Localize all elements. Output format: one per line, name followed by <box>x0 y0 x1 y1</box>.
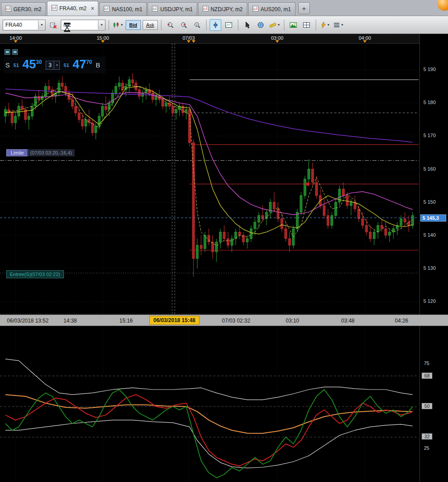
oscillator-tick-label: 68 <box>422 373 432 379</box>
tab-aus200[interactable]: AUS200, m1 <box>248 2 296 16</box>
oscillator-green <box>5 390 413 478</box>
tab-nzd-jpy[interactable]: NZD/JPY, m2 <box>198 2 247 16</box>
indicator-window-button[interactable] <box>223 19 235 31</box>
indicator-panel[interactable]: 7568503225 <box>0 326 448 482</box>
axis-marker-icon <box>187 40 190 43</box>
price-scale[interactable]: 5 1905 1805 1705 1605 1505 1405 1305 120… <box>419 34 448 314</box>
buy-price-prefix: 51 <box>63 63 69 68</box>
zoom-box-button[interactable]: I <box>191 19 203 31</box>
chevron-down-icon[interactable]: ▼ <box>277 23 280 26</box>
symbol-combo[interactable]: FRA40 ▼ <box>3 20 46 30</box>
tab-label: NAS100, m1 <box>112 6 142 13</box>
axis-marker-icon <box>275 40 279 43</box>
oscillator-scale[interactable]: 7568503225 <box>419 326 448 482</box>
status-ball-icon <box>437 0 448 11</box>
price-tick-label: 5 180 <box>423 100 436 105</box>
tab-ger30[interactable]: GER30, m2 <box>1 2 46 16</box>
price-tick-label: 5 160 <box>423 166 436 172</box>
chart-tab-icon <box>104 6 110 13</box>
time-tick-label: 07/03 02:32 <box>222 318 250 324</box>
chart-tool-icon[interactable] <box>12 49 18 55</box>
ma-fast-yellow <box>5 86 413 234</box>
band-upper <box>5 359 413 400</box>
chevron-down-icon[interactable]: ▼ <box>120 23 123 26</box>
chart-tab-icon <box>203 6 208 13</box>
oscillator-tick-label: 50 <box>422 403 432 409</box>
pointer-button[interactable] <box>241 19 253 31</box>
toolbar-separator <box>161 20 161 30</box>
price-tick-label: 5 150 <box>423 199 436 205</box>
axis-marker-icon <box>14 40 17 43</box>
ask-button[interactable]: Ask <box>143 20 158 30</box>
chevron-down-icon[interactable]: ▼ <box>327 23 330 26</box>
ma-faster-yellow-dashed <box>5 85 413 246</box>
measure-button[interactable]: ▼ <box>268 19 281 31</box>
price-tick-label: 5 120 <box>423 298 436 304</box>
main-chart-panel[interactable]: 14:0015:0007/0303:0004:00 5 1905 1805 17… <box>0 34 448 314</box>
globe-button[interactable] <box>255 19 266 31</box>
zoom-forward-button[interactable] <box>178 19 190 31</box>
axis-marker-icon <box>363 40 367 43</box>
tab-bar: GER30, m2FRA40, m2×NAS100, m1USD/JPY, m1… <box>0 0 448 16</box>
chevron-down-icon[interactable]: ▼ <box>38 21 45 29</box>
new-tab-button[interactable]: + <box>298 2 310 14</box>
limit-order-info: (07/03 03:20,-16,4) <box>27 149 75 156</box>
snapshot-button[interactable] <box>287 19 299 31</box>
toolbar-separator <box>109 20 109 30</box>
sell-price-prefix: 51 <box>13 63 19 68</box>
chevron-down-icon[interactable]: ▼ <box>98 21 105 29</box>
layout-button[interactable] <box>301 19 313 31</box>
chart-tab-icon <box>5 6 11 13</box>
chart-tab-icon <box>51 5 57 12</box>
vertical-cursor-button[interactable] <box>210 19 221 31</box>
zoom-back-button[interactable] <box>165 19 176 31</box>
tab-label: FRA40, m2 <box>59 5 87 12</box>
time-tick-label: 04:26 <box>395 318 408 324</box>
tab-label: AUS200, m1 <box>261 6 291 13</box>
tab-label: USD/JPY, m1 <box>160 6 192 13</box>
limit-order-tag[interactable]: Limite (07/03 03:20,-16,4) <box>6 149 75 156</box>
selected-time-label[interactable]: 06/03/2018 15:48 <box>149 316 199 325</box>
price-tick-label: 5 130 <box>423 265 436 271</box>
buy-price-button[interactable]: 4770 <box>73 59 92 71</box>
oscillator-tick-label: 75 <box>424 360 429 366</box>
tab-fra40[interactable]: FRA40, m2× <box>47 1 99 16</box>
line-tools-button[interactable]: ▼ <box>333 19 344 31</box>
buy-side-label[interactable]: B <box>96 61 100 69</box>
sell-side-label[interactable]: S <box>5 61 10 69</box>
chevron-down-icon[interactable]: ▼ <box>54 61 59 69</box>
price-tick-label: 5 170 <box>423 133 436 138</box>
quantity-stepper[interactable]: 3▼ <box>46 61 60 70</box>
current-price-tag: 5 145,3 <box>420 214 446 222</box>
chart-type-button[interactable]: ▼ <box>112 19 124 31</box>
oscillator-tick-label: 25 <box>424 445 429 451</box>
tab-usd-jpy[interactable]: USD/JPY, m1 <box>148 2 197 16</box>
svg-text:I: I <box>196 23 197 27</box>
bid-button[interactable]: Bid <box>126 20 141 30</box>
oscillator-chart[interactable] <box>0 326 419 482</box>
chart-tool-icon[interactable] <box>4 49 10 55</box>
time-tick-label: 06/03/2018 13:52 <box>7 318 48 324</box>
tab-nas100[interactable]: NAS100, m1 <box>99 2 147 16</box>
price-tick-label: 5 140 <box>423 232 436 238</box>
chevron-down-icon[interactable]: ▼ <box>341 23 344 26</box>
ma-slow-purple <box>5 89 413 142</box>
time-tick-label: 14:38 <box>63 318 77 324</box>
chart-tab-icon <box>152 6 158 13</box>
limit-order-chip[interactable]: Limite <box>6 149 28 156</box>
sell-price-button[interactable]: 4530 <box>22 59 42 71</box>
remove-study-button[interactable] <box>47 19 59 31</box>
time-axis-top: 14:0015:0007/0303:0004:00 <box>0 34 419 44</box>
tab-close-icon[interactable]: × <box>91 6 94 11</box>
time-tick-label: 03:48 <box>341 318 355 324</box>
oscillator-red <box>5 394 413 466</box>
quick-trade-button[interactable]: ▼ <box>319 19 331 31</box>
band-lower <box>5 420 413 468</box>
symbol-combo-value: FRA40 <box>3 22 38 28</box>
entry-tag[interactable]: Entree(S)(07/03 02:22) <box>6 270 64 278</box>
time-axis-bottom[interactable]: 06/03/2018 13:5214:3815:1606/03/2018 15:… <box>0 314 448 326</box>
price-tick-label: 5 190 <box>423 67 436 72</box>
trading-workspace: GER30, m2FRA40, m2×NAS100, m1USD/JPY, m1… <box>0 0 448 482</box>
toolbar-separator <box>238 20 238 30</box>
trade-widget: S 51 4530 3▼ 51 4770 B <box>4 49 106 73</box>
